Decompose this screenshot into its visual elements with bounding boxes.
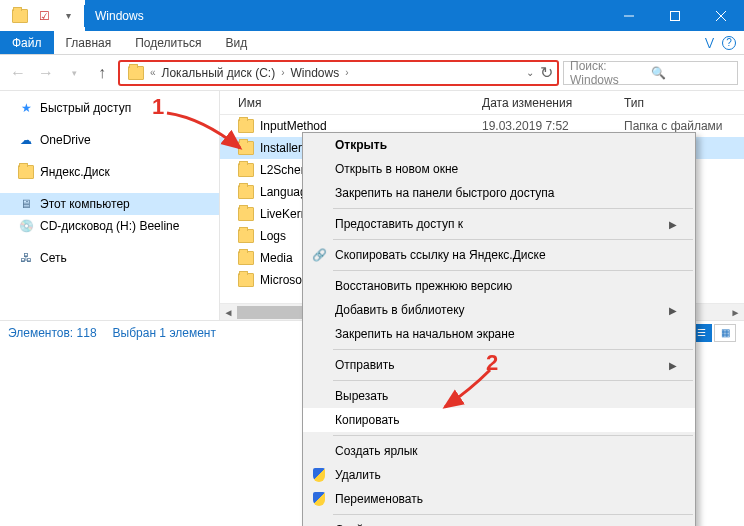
menu-item-rename[interactable]: Переименовать xyxy=(303,487,695,511)
sidebar-item-network[interactable]: 🖧Сеть xyxy=(0,247,219,269)
menu-item-delete[interactable]: Удалить xyxy=(303,463,695,487)
search-icon: 🔍 xyxy=(651,66,732,80)
sidebar-item-this-pc[interactable]: 🖥Этот компьютер xyxy=(0,193,219,215)
disc-icon: 💿 xyxy=(18,218,34,234)
refresh-icon[interactable]: ↻ xyxy=(540,63,553,82)
chevron-right-icon: ▶ xyxy=(669,360,677,371)
quick-access-toolbar: ☑ ▾ xyxy=(0,0,85,31)
yadisk-icon xyxy=(18,164,34,180)
nav-forward-button[interactable]: → xyxy=(34,61,58,85)
search-placeholder: Поиск: Windows xyxy=(570,59,651,87)
menu-item-open[interactable]: Открыть xyxy=(303,133,695,157)
qat-dropdown-icon[interactable]: ▾ xyxy=(58,6,78,26)
ribbon-tabs: Файл Главная Поделиться Вид ⋁ ? xyxy=(0,31,744,55)
menu-item-pin-start[interactable]: Закрепить на начальном экране xyxy=(303,322,695,346)
navigation-pane: ★Быстрый доступ ☁OneDrive Яндекс.Диск 🖥Э… xyxy=(0,91,220,320)
folder-icon xyxy=(238,141,254,155)
folder-icon xyxy=(238,185,254,199)
breadcrumb-current[interactable]: Windows xyxy=(286,66,343,80)
scroll-left-button[interactable]: ◄ xyxy=(220,304,237,321)
folder-icon xyxy=(238,251,254,265)
folder-icon xyxy=(10,6,30,26)
pc-icon: 🖥 xyxy=(18,196,34,212)
status-item-count: Элементов: 118 xyxy=(8,326,97,340)
svg-rect-1 xyxy=(671,11,680,20)
menu-item-restore-previous[interactable]: Восстановить прежнюю версию xyxy=(303,274,695,298)
folder-icon xyxy=(238,229,254,243)
nav-up-button[interactable]: ↑ xyxy=(90,61,114,85)
cloud-icon: ☁ xyxy=(18,132,34,148)
folder-icon xyxy=(238,273,254,287)
scroll-right-button[interactable]: ► xyxy=(727,304,744,321)
chevron-right-icon[interactable]: › xyxy=(343,67,350,78)
menu-item-create-shortcut[interactable]: Создать ярлык xyxy=(303,439,695,463)
folder-icon xyxy=(238,207,254,221)
maximize-button[interactable] xyxy=(652,0,698,31)
chevron-right-icon[interactable]: › xyxy=(279,67,286,78)
address-dropdown-icon[interactable]: ⌄ xyxy=(526,67,534,78)
title-bar: ☑ ▾ Windows xyxy=(0,0,744,31)
shield-icon xyxy=(311,491,327,507)
ribbon-tab-file[interactable]: Файл xyxy=(0,31,54,54)
col-type[interactable]: Тип xyxy=(624,96,744,110)
sidebar-item-onedrive[interactable]: ☁OneDrive xyxy=(0,129,219,151)
search-input[interactable]: Поиск: Windows 🔍 xyxy=(563,61,738,85)
column-headers: Имя Дата изменения Тип xyxy=(220,91,744,115)
view-icons-button[interactable]: ▦ xyxy=(714,324,736,342)
menu-item-open-new-window[interactable]: Открыть в новом окне xyxy=(303,157,695,181)
sidebar-item-quick-access[interactable]: ★Быстрый доступ xyxy=(0,97,219,119)
sidebar-item-cd[interactable]: 💿CD-дисковод (H:) Beeline xyxy=(0,215,219,237)
network-icon: 🖧 xyxy=(18,250,34,266)
sidebar-item-yadisk[interactable]: Яндекс.Диск xyxy=(0,161,219,183)
nav-history-dropdown[interactable]: ▾ xyxy=(62,61,86,85)
menu-item-pin-quick-access[interactable]: Закрепить на панели быстрого доступа xyxy=(303,181,695,205)
folder-icon xyxy=(238,119,254,133)
menu-item-properties[interactable]: Свойства xyxy=(303,518,695,526)
col-date[interactable]: Дата изменения xyxy=(482,96,624,110)
star-icon: ★ xyxy=(18,100,34,116)
context-menu: Открыть Открыть в новом окне Закрепить н… xyxy=(302,132,696,526)
close-button[interactable] xyxy=(698,0,744,31)
chevron-right-icon: ▶ xyxy=(669,219,677,230)
chevron-right-icon: ▶ xyxy=(669,305,677,316)
shield-icon xyxy=(311,467,327,483)
window-title: Windows xyxy=(85,9,606,23)
minimize-button[interactable] xyxy=(606,0,652,31)
menu-item-copy[interactable]: Копировать xyxy=(303,408,695,432)
help-icon[interactable]: ? xyxy=(722,36,736,50)
ribbon-tab-share[interactable]: Поделиться xyxy=(123,31,213,54)
breadcrumb-drive[interactable]: Локальный диск (C:) xyxy=(158,66,280,80)
properties-icon[interactable]: ☑ xyxy=(34,6,54,26)
ribbon-expand-icon[interactable]: ⋁ xyxy=(705,36,714,49)
menu-item-add-to-library[interactable]: Добавить в библиотеку▶ xyxy=(303,298,695,322)
folder-icon xyxy=(238,163,254,177)
ribbon-tab-view[interactable]: Вид xyxy=(213,31,259,54)
drive-icon xyxy=(128,66,144,80)
address-bar[interactable]: « Локальный диск (C:) › Windows › ⌄ ↻ xyxy=(118,60,559,86)
menu-item-send-to[interactable]: Отправить▶ xyxy=(303,353,695,377)
status-selection: Выбран 1 элемент xyxy=(113,326,216,340)
link-icon: 🔗 xyxy=(311,247,327,263)
menu-item-cut[interactable]: Вырезать xyxy=(303,384,695,408)
menu-item-grant-access[interactable]: Предоставить доступ к▶ xyxy=(303,212,695,236)
col-name[interactable]: Имя xyxy=(220,96,482,110)
menu-item-yadisk-copy-link[interactable]: 🔗Скопировать ссылку на Яндекс.Диске xyxy=(303,243,695,267)
nav-back-button[interactable]: ← xyxy=(6,61,30,85)
navigation-row: ← → ▾ ↑ « Локальный диск (C:) › Windows … xyxy=(0,55,744,91)
ribbon-tab-home[interactable]: Главная xyxy=(54,31,124,54)
